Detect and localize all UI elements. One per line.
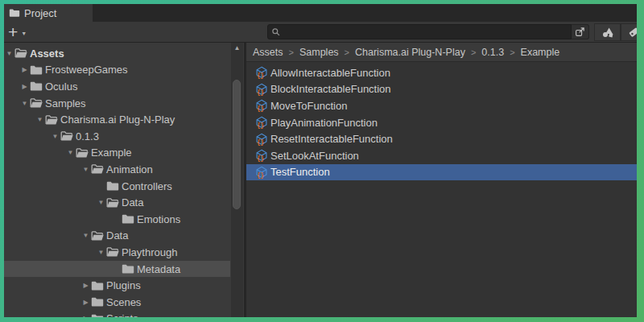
folder-closed-icon [106,180,119,192]
scrollbar-thumb[interactable] [233,80,241,209]
tab-project[interactable]: Project [4,4,93,22]
tree-item-label: Samples [45,97,86,109]
asset-item-label: TestFunction [270,166,330,178]
breadcrumb: Assets>Samples>Charisma.ai Plug-N-Play>0… [246,43,637,62]
tab-label: Project [24,7,56,19]
tree-item-example[interactable]: ▼Example [4,145,230,162]
svg-text:{}: {} [257,105,265,112]
folder-icon [9,8,20,18]
asset-item-label: BlockInteractableFunction [270,83,391,95]
expand-triangle-icon[interactable]: ▶ [80,299,91,306]
tree-scrollbar[interactable]: ▲ [231,43,243,317]
collapse-triangle-icon[interactable]: ▼ [96,249,106,256]
tree-item-scripts[interactable]: ▶Scripts [4,311,230,318]
tree-item-data[interactable]: ▼Data [4,228,230,245]
folder-closed-icon [91,296,104,308]
panels: ▼Assets▶FrostweepGames▶Oculus▼Samples▼Ch… [4,43,637,317]
scroll-up-icon[interactable]: ▲ [231,44,243,52]
tree-item-label: Plugins [106,279,141,291]
search-input[interactable] [281,27,568,38]
folder-closed-icon [122,213,134,225]
asset-item-allowinteractablefunction[interactable]: {}AllowInteractableFunction [246,64,637,81]
filter-by-type-icon [601,26,614,39]
tree-item-data[interactable]: ▼Data [4,194,230,211]
tree-item-metadata[interactable]: Metadata [4,261,230,278]
asset-item-blockinteractablefunction[interactable]: {}BlockInteractableFunction [246,81,637,98]
breadcrumb-item-charisma-ai-plug-n-play[interactable]: Charisma.ai Plug-N-Play [355,47,465,58]
collapse-triangle-icon[interactable]: ▼ [65,149,76,156]
breadcrumb-item-assets[interactable]: Assets [253,47,283,58]
breadcrumb-separator: > [345,47,349,57]
expand-triangle-icon[interactable]: ▶ [19,66,30,73]
tree-item-scenes[interactable]: ▶Scenes [4,294,230,311]
asset-item-resetinteractablefunction[interactable]: {}ResetInteractableFunction [246,130,637,147]
tree-item-assets[interactable]: ▼Assets [4,45,230,62]
tree-item-playthrough[interactable]: ▼Playthrough [4,244,230,261]
asset-list: {}AllowInteractableFunction{}BlockIntera… [246,64,637,180]
collapse-triangle-icon[interactable]: ▼ [80,166,91,173]
tree-item-label: Emotions [137,213,180,225]
collapse-triangle-icon[interactable]: ▼ [19,100,30,107]
open-search-icon [574,26,586,38]
tree-item-label: Oculus [45,80,77,93]
svg-text:{}: {} [257,139,265,146]
open-search-button[interactable] [571,24,589,39]
tree-item-label: Data [122,196,143,208]
svg-text:{}: {} [257,72,265,79]
breadcrumb-separator: > [289,47,294,57]
tree-item-label: Example [91,147,132,159]
expand-triangle-icon[interactable]: ▶ [19,83,30,90]
tree-item-label: Scenes [106,296,141,308]
svg-text:{}: {} [257,172,265,179]
collapse-triangle-icon[interactable]: ▼ [50,133,60,140]
add-button[interactable]: + ▼ [8,22,27,42]
folder-open-icon [30,97,43,109]
asset-item-setlookatfunction[interactable]: {}SetLookAtFunction [246,147,637,164]
tree-item-emotions[interactable]: Emotions [4,211,230,228]
asset-item-playanimationfunction[interactable]: {}PlayAnimationFunction [246,114,637,131]
scriptable-object-icon: {} [255,83,268,96]
tree-item-frostweepgames[interactable]: ▶FrostweepGames [4,62,230,79]
tree-item-label: Animation [106,163,153,175]
search-field[interactable] [267,24,572,39]
plus-icon: + [8,24,18,40]
collapse-triangle-icon[interactable]: ▼ [4,50,14,57]
unity-project-window: Project + ▼ [0,0,644,322]
tree-item-label: Charisma.ai Plug-N-Play [60,114,175,126]
collapse-triangle-icon[interactable]: ▼ [96,199,106,206]
asset-item-label: AllowInteractableFunction [270,67,390,79]
filter-by-label-button[interactable] [621,23,637,41]
tree-item-0-1-3[interactable]: ▼0.1.3 [4,128,230,145]
tree-item-controllers[interactable]: Controllers [4,178,230,195]
collapse-triangle-icon[interactable]: ▼ [80,232,91,239]
asset-item-label: ResetInteractableFunction [270,133,393,145]
tree-item-oculus[interactable]: ▶Oculus [4,78,230,95]
breadcrumb-item-example[interactable]: Example [521,47,560,58]
tree-item-label: 0.1.3 [76,130,99,142]
breadcrumb-item-samples[interactable]: Samples [299,47,339,58]
folder-closed-icon [91,313,104,317]
tree-item-samples[interactable]: ▼Samples [4,95,230,112]
folder-closed-icon [30,80,43,92]
folder-open-icon [106,197,119,208]
svg-text:{}: {} [257,122,265,129]
collapse-triangle-icon[interactable]: ▼ [35,116,45,123]
asset-item-label: MoveToFunction [270,100,347,112]
scriptable-object-icon: {} [255,133,268,146]
scriptable-object-icon: {} [255,66,268,79]
tree-item-label: Assets [30,47,64,60]
breadcrumb-separator: > [471,47,476,57]
tree-item-animation[interactable]: ▼Animation [4,161,230,178]
expand-triangle-icon[interactable]: ▶ [80,282,91,289]
breadcrumb-item-0-1-3[interactable]: 0.1.3 [481,47,504,58]
folder-tree-panel: ▼Assets▶FrostweepGames▶Oculus▼Samples▼Ch… [4,43,244,317]
tree-item-charisma-ai-plug-n-play[interactable]: ▼Charisma.ai Plug-N-Play [4,111,230,128]
tree-item-label: Data [106,229,128,242]
tree-item-plugins[interactable]: ▶Plugins [4,277,230,294]
filter-by-type-button[interactable] [594,23,621,41]
folder-open-icon [76,147,89,159]
asset-item-movetofunction[interactable]: {}MoveToFunction [246,97,637,114]
expand-triangle-icon[interactable]: ▶ [80,315,91,317]
asset-item-testfunction[interactable]: {}TestFunction [246,164,637,181]
scriptable-object-icon: {} [255,99,268,112]
